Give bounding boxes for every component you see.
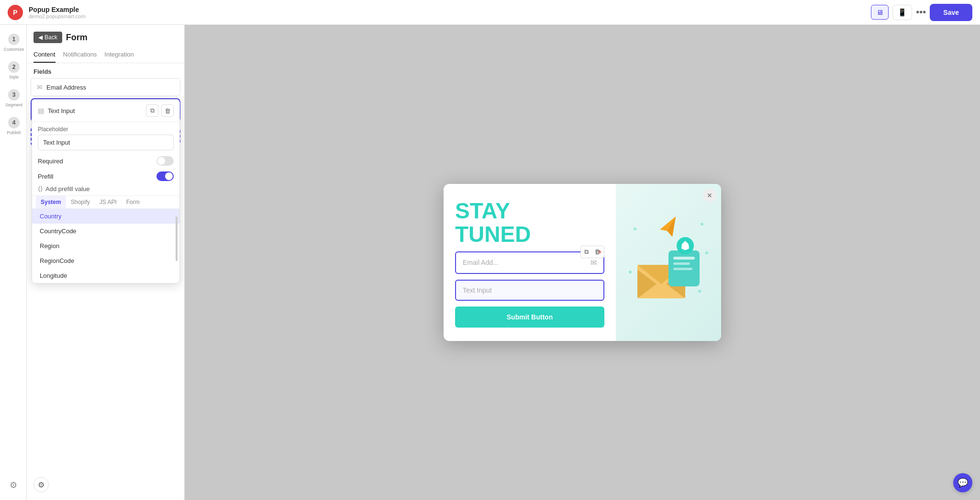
prefill-label: Prefill: [38, 173, 54, 180]
sidebar-label-style: Style: [9, 75, 19, 80]
text-input-field-expanded: ▤ Text Input ⧉ 🗑 ▤ Text Input ⧉: [31, 98, 180, 122]
add-prefill-text: Add prefill value: [45, 185, 90, 193]
prefill-item-country[interactable]: Country: [32, 209, 179, 224]
svg-rect-14: [673, 262, 690, 265]
svg-rect-13: [673, 257, 695, 260]
svg-point-0: [634, 227, 636, 230]
topbar-logo: P: [8, 5, 23, 20]
sidebar-num-1: 1: [8, 34, 20, 45]
required-label: Required: [38, 158, 63, 165]
sidebar-label-customize: Customize: [4, 47, 24, 52]
email-field-label: Email Address: [46, 84, 86, 91]
tab-notifications[interactable]: Notifications: [63, 47, 97, 63]
prefill-tabs: System Shopify JS API Form: [32, 195, 179, 209]
dropdown-delete-button[interactable]: 🗑: [161, 104, 174, 117]
popup-title: STAY TUNED: [455, 199, 604, 246]
svg-point-4: [698, 290, 701, 293]
dropdown-copy-button[interactable]: ⧉: [146, 104, 158, 117]
popup-email-field[interactable]: Email Add... ✉ ⧉ 🗑 *: [455, 251, 604, 274]
sidebar-item-segment[interactable]: 3 Segment: [0, 84, 26, 112]
email-copy-action[interactable]: ⧉: [582, 247, 591, 257]
prefill-toggle[interactable]: [156, 171, 174, 181]
panel-settings-icon[interactable]: ⚙: [33, 477, 49, 492]
add-prefill-value-row[interactable]: ⟨⟩ Add prefill value: [32, 183, 179, 195]
panel: ◀ Back Form Content Notifications Integr…: [27, 25, 185, 500]
save-button[interactable]: Save: [930, 4, 972, 21]
sidebar-label-publish: Publish: [7, 130, 21, 135]
panel-tabs: Content Notifications Integration: [27, 47, 184, 63]
popup-preview: ✕ STAY TUNED Email Add... ✉ ⧉ 🗑 *: [444, 184, 721, 341]
chat-bubble-button[interactable]: 💬: [953, 473, 972, 492]
required-star: *: [599, 250, 601, 258]
placeholder-input[interactable]: [38, 135, 174, 150]
prefill-tab-system[interactable]: System: [36, 196, 66, 208]
sidebar-item-publish[interactable]: 4 Publish: [0, 112, 26, 140]
prefill-item-region[interactable]: Region: [32, 239, 179, 253]
svg-rect-15: [673, 268, 692, 270]
email-address-field[interactable]: ✉ Email Address: [31, 78, 180, 96]
svg-point-18: [684, 241, 686, 243]
svg-point-1: [701, 223, 703, 226]
prefill-tab-shopify[interactable]: Shopify: [66, 196, 95, 208]
prefill-code-icon: ⟨⟩: [38, 185, 43, 193]
email-field-icon: ✉: [37, 83, 43, 91]
popup-text-input[interactable]: Text Input: [455, 280, 604, 301]
prefill-list: Country CountryCode Region RegionCode Lo…: [32, 209, 179, 283]
popup-illustration-svg: [625, 215, 712, 310]
tab-content[interactable]: Content: [33, 47, 56, 63]
tab-integration[interactable]: Integration: [104, 47, 134, 63]
prefill-tab-form[interactable]: Form: [122, 196, 145, 208]
sidebar-item-customize[interactable]: 1 Customize: [0, 29, 26, 57]
topbar-app-name: Popup Example: [29, 6, 86, 13]
dropdown-text-input-icon: ▤: [38, 107, 44, 114]
fields-section-label: Fields: [27, 63, 184, 78]
placeholder-label: Placeholder: [32, 122, 179, 135]
prefill-tab-jsapi[interactable]: JS API: [95, 196, 122, 208]
topbar-app-url: demo2.popupsmart.com: [29, 13, 86, 19]
more-options-button[interactable]: •••: [916, 7, 926, 18]
popup-email-icon: ✉: [590, 258, 597, 267]
sidebar-item-style[interactable]: 2 Style: [0, 57, 26, 84]
prefill-item-regioncode[interactable]: RegionCode: [32, 253, 179, 268]
main-canvas: ✕ STAY TUNED Email Add... ✉ ⧉ 🗑 *: [185, 25, 980, 500]
mobile-device-button[interactable]: 📱: [892, 5, 912, 20]
prefill-dropdown: ▤ Text Input ⧉ 🗑 Placeholder Required: [32, 99, 180, 284]
prefill-item-countrycode[interactable]: CountryCode: [32, 224, 179, 239]
dropdown-text-input-label: Text Input: [48, 107, 75, 114]
svg-point-2: [705, 251, 708, 254]
prefill-item-longitude[interactable]: Longitude: [32, 268, 179, 283]
panel-title: Form: [66, 33, 88, 43]
svg-point-3: [629, 271, 632, 273]
popup-illustration-area: [616, 184, 721, 341]
settings-button[interactable]: ⚙: [4, 474, 23, 496]
popup-close-button[interactable]: ✕: [703, 189, 716, 202]
required-toggle[interactable]: [156, 156, 174, 166]
back-button[interactable]: ◀ Back: [33, 32, 62, 43]
sidebar-label-segment: Segment: [5, 102, 22, 107]
sidebar: 1 Customize 2 Style 3 Segment 4 Publish …: [0, 25, 27, 500]
popup-submit-button[interactable]: Submit Button: [455, 307, 604, 328]
svg-rect-17: [683, 249, 687, 250]
desktop-device-button[interactable]: 🖥: [871, 5, 889, 20]
